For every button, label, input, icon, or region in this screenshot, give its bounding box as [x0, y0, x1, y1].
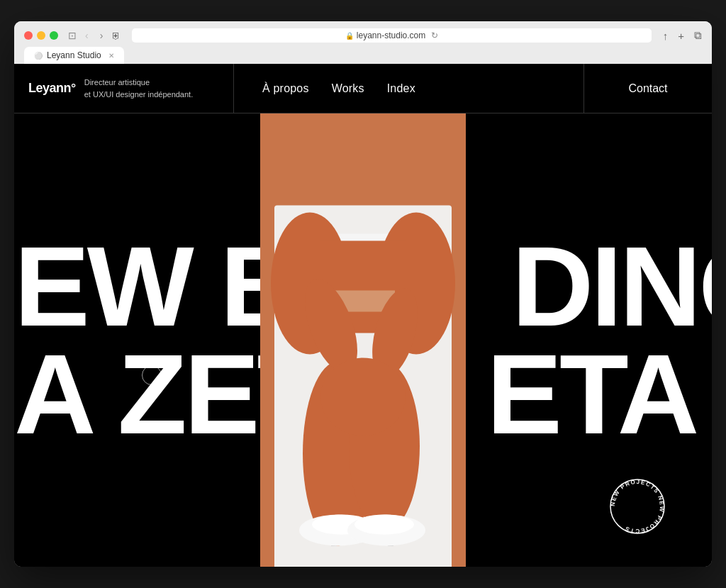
active-tab[interactable]: ⚪ Leyann Studio ✕: [24, 47, 124, 64]
back-button[interactable]: ‹: [82, 28, 91, 43]
header-brand: Leyann° Directeur artistique et UX/UI de…: [14, 64, 234, 113]
address-bar[interactable]: 🔒 leyann-studio.com ↻: [132, 28, 651, 43]
browser-toolbar: ⊡ ‹ › ⛨ 🔒 leyann-studio.com ↻ ↑ + ⧉ ⚪ L: [14, 21, 712, 64]
windows-icon[interactable]: ⧉: [694, 29, 702, 42]
header-contact: Contact: [584, 64, 712, 113]
svg-point-18: [320, 358, 406, 436]
nav-apropos[interactable]: À propos: [262, 82, 309, 95]
new-tab-icon[interactable]: +: [678, 30, 684, 42]
tab-favicon: ⚪: [34, 52, 43, 60]
site-nav: À propos Works Index: [234, 64, 584, 113]
circular-badge: NEW PROJECTS NEW PROJECTS: [605, 475, 669, 538]
browser-window: ⊡ ‹ › ⛨ 🔒 leyann-studio.com ↻ ↑ + ⧉ ⚪ L: [14, 21, 712, 567]
tagline-line2: et UX/UI designer indépendant.: [84, 89, 194, 101]
maximize-button[interactable]: [50, 31, 58, 40]
nav-index[interactable]: Index: [387, 82, 415, 95]
svg-point-15: [354, 515, 414, 535]
close-button[interactable]: [24, 31, 33, 40]
hero-text-right-1: DING: [512, 233, 712, 340]
window-icon: ⊡: [68, 30, 77, 41]
contact-link[interactable]: Contact: [628, 82, 667, 95]
person-svg: [260, 113, 466, 567]
hero-photo: [260, 113, 466, 567]
hero-section: EW B DING A ZET ETA Z: [14, 113, 712, 567]
website-content: Leyann° Directeur artistique et UX/UI de…: [14, 64, 712, 567]
share-icon[interactable]: ↑: [663, 30, 669, 42]
circular-text-svg: NEW PROJECTS NEW PROJECTS: [605, 475, 669, 538]
traffic-lights: [24, 31, 58, 40]
tab-label: Leyann Studio: [47, 50, 101, 60]
site-header: Leyann° Directeur artistique et UX/UI de…: [14, 64, 712, 113]
toolbar-actions: ↑ + ⧉: [663, 29, 702, 42]
lock-icon: 🔒: [345, 32, 354, 40]
reload-icon: ↻: [431, 30, 438, 40]
brand-tagline: Directeur artistique et UX/UI designer i…: [84, 77, 194, 100]
brand-name: Leyann°: [28, 81, 76, 96]
tab-close-icon[interactable]: ✕: [108, 52, 114, 60]
nav-works[interactable]: Works: [332, 82, 364, 95]
shield-icon: ⛨: [111, 30, 121, 41]
tagline-line1: Directeur artistique: [84, 77, 194, 89]
forward-button[interactable]: ›: [97, 28, 106, 43]
url-text: leyann-studio.com: [357, 30, 425, 40]
hero-text-right-2: ETA Z: [486, 340, 712, 448]
hero-image: [260, 113, 466, 567]
hero-text-left-1: EW B: [14, 233, 299, 340]
minimize-button[interactable]: [37, 31, 45, 40]
